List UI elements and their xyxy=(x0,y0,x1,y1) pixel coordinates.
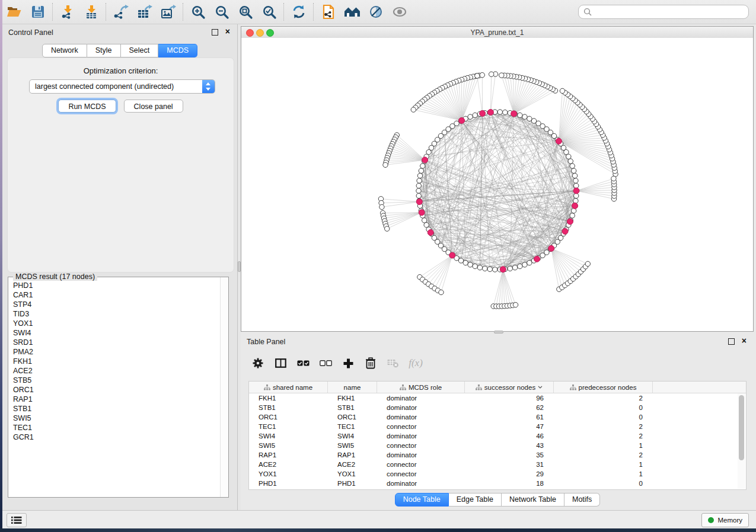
search-field[interactable] xyxy=(578,5,749,19)
float-window-icon[interactable] xyxy=(728,338,735,345)
table-row[interactable]: ORC1ORC1dominator610 xyxy=(249,412,746,422)
select-all-button[interactable] xyxy=(292,354,314,373)
mcds-result-item[interactable]: RAP1 xyxy=(9,395,221,404)
tab-mcds[interactable]: MCDS xyxy=(158,44,197,57)
settings-gear-button[interactable] xyxy=(247,354,269,373)
export-image-button[interactable] xyxy=(157,2,180,21)
mcds-result-item[interactable]: TEC1 xyxy=(9,423,221,432)
delete-table-button[interactable] xyxy=(382,354,404,373)
optimization-criterion-dropdown[interactable]: largest connected component (undirected) xyxy=(29,79,215,94)
two-houses-icon xyxy=(343,5,361,18)
zoom-out-button[interactable] xyxy=(210,2,234,21)
columns-icon xyxy=(275,358,286,368)
mcds-result-item[interactable]: STB5 xyxy=(9,376,221,385)
mcds-result-item[interactable]: SRD1 xyxy=(9,338,221,347)
mcds-result-item[interactable]: PHD1 xyxy=(9,281,221,290)
column-header-successor-nodes[interactable]: successor nodes xyxy=(465,382,554,393)
table-row[interactable]: YOX1YOX1connector291 xyxy=(249,469,746,479)
delete-column-button[interactable] xyxy=(359,354,382,373)
float-window-icon[interactable] xyxy=(212,29,218,36)
mcds-result-item[interactable]: FKH1 xyxy=(9,357,221,366)
checked-boxes-icon xyxy=(297,360,310,366)
tab-motifs[interactable]: Motifs xyxy=(564,493,600,507)
close-panel-icon[interactable]: × xyxy=(742,336,747,345)
mcds-result-item[interactable]: STP4 xyxy=(9,300,221,309)
open-file-button[interactable] xyxy=(2,2,26,21)
mcds-result-item[interactable]: TID3 xyxy=(9,309,221,319)
function-builder-button[interactable]: f(x) xyxy=(404,354,427,373)
table-row[interactable]: SWI4SWI4dominator462 xyxy=(249,431,746,441)
table-row[interactable]: SWI5SWI5connector431 xyxy=(249,441,746,450)
tab-style[interactable]: Style xyxy=(87,44,121,57)
clear-selection-button[interactable] xyxy=(314,354,337,373)
zoom-in-icon xyxy=(191,5,206,20)
mcds-result-item[interactable]: STB1 xyxy=(9,404,221,414)
table-cell: connector xyxy=(377,423,465,430)
mcds-result-item[interactable]: ACE2 xyxy=(9,366,221,376)
hide-selected-button[interactable] xyxy=(364,2,388,21)
mcds-result-item[interactable]: SWI5 xyxy=(9,414,221,423)
network-window-titlebar[interactable]: YPA_prune.txt_1 xyxy=(241,27,753,39)
refresh-icon xyxy=(292,5,306,19)
zoom-selected-button[interactable] xyxy=(257,2,281,21)
mcds-tab-content: Optimization criterion: largest connecte… xyxy=(7,57,234,273)
first-neighbors-button[interactable] xyxy=(340,2,364,21)
table-cell: RAP1 xyxy=(328,451,377,459)
close-panel-icon[interactable]: × xyxy=(225,27,230,36)
add-column-button[interactable] xyxy=(337,354,359,373)
table-row[interactable]: TEC1TEC1connector472 xyxy=(249,422,746,431)
zoom-in-button[interactable] xyxy=(186,2,210,21)
tab-network-table[interactable]: Network Table xyxy=(502,493,564,507)
table-row[interactable]: ACE2ACE2connector311 xyxy=(249,460,746,469)
network-from-file-button[interactable] xyxy=(317,2,340,21)
tab-edge-table[interactable]: Edge Table xyxy=(449,493,502,507)
mcds-result-item[interactable]: GCR1 xyxy=(9,432,221,442)
scrollbar-thumb[interactable] xyxy=(739,395,744,460)
show-panels-button[interactable] xyxy=(7,513,27,527)
table-panel: Table Panel × f(x) shared name name MCDS… xyxy=(241,334,754,509)
table-cell: 18 xyxy=(465,480,554,487)
tab-network[interactable]: Network xyxy=(42,44,87,57)
mcds-result-item[interactable]: ORC1 xyxy=(9,385,221,395)
document-share-icon xyxy=(321,4,336,20)
import-network-button[interactable] xyxy=(56,2,79,21)
fit-content-button[interactable] xyxy=(234,2,257,21)
close-panel-button[interactable]: Close panel xyxy=(124,100,183,113)
mcds-result-item[interactable]: PMA2 xyxy=(9,347,221,357)
column-layout-button[interactable] xyxy=(269,354,292,373)
table-cell: ORC1 xyxy=(328,414,377,421)
table-cell: dominator xyxy=(377,395,465,402)
mcds-result-scrollbar[interactable] xyxy=(220,277,228,497)
table-cell: dominator xyxy=(377,480,465,487)
table-row[interactable]: PHD1PHD1dominator180 xyxy=(249,479,746,488)
table-row[interactable]: STB1STB1dominator620 xyxy=(249,403,746,412)
table-cell: SWI4 xyxy=(328,432,377,440)
tab-select[interactable]: Select xyxy=(121,44,159,57)
table-cell: 2 xyxy=(554,423,653,430)
optimization-criterion-label: Optimization criterion: xyxy=(8,66,234,75)
memory-button[interactable]: Memory xyxy=(701,513,749,527)
column-header-shared-name[interactable]: shared name xyxy=(249,382,328,393)
mcds-result-item[interactable]: CAR1 xyxy=(9,290,221,300)
table-row[interactable]: RAP1RAP1dominator352 xyxy=(249,450,746,460)
main-toolbar xyxy=(2,0,756,24)
column-header-predecessor-nodes[interactable]: predecessor nodes xyxy=(554,382,653,393)
mcds-result-item[interactable]: YOX1 xyxy=(9,319,221,328)
table-scrollbar[interactable] xyxy=(738,393,745,489)
save-session-button[interactable] xyxy=(26,2,50,21)
network-canvas[interactable] xyxy=(241,38,753,331)
tab-node-table[interactable]: Node Table xyxy=(395,493,449,507)
search-input[interactable] xyxy=(595,7,748,17)
run-mcds-button[interactable]: Run MCDS xyxy=(58,100,116,113)
column-header-name[interactable]: name xyxy=(328,382,377,393)
column-header-mcds-role[interactable]: MCDS role xyxy=(377,382,465,393)
export-network-button[interactable] xyxy=(109,2,133,21)
import-table-button[interactable] xyxy=(79,2,103,21)
export-table-button[interactable] xyxy=(133,2,157,21)
show-graphics-button[interactable] xyxy=(388,2,412,21)
table-cell: FKH1 xyxy=(328,395,377,402)
refresh-layout-button[interactable] xyxy=(287,2,311,21)
table-row[interactable]: FKH1FKH1dominator962 xyxy=(249,393,746,403)
mcds-result-item[interactable]: SWI4 xyxy=(9,328,221,338)
table-cell: 0 xyxy=(554,480,653,487)
